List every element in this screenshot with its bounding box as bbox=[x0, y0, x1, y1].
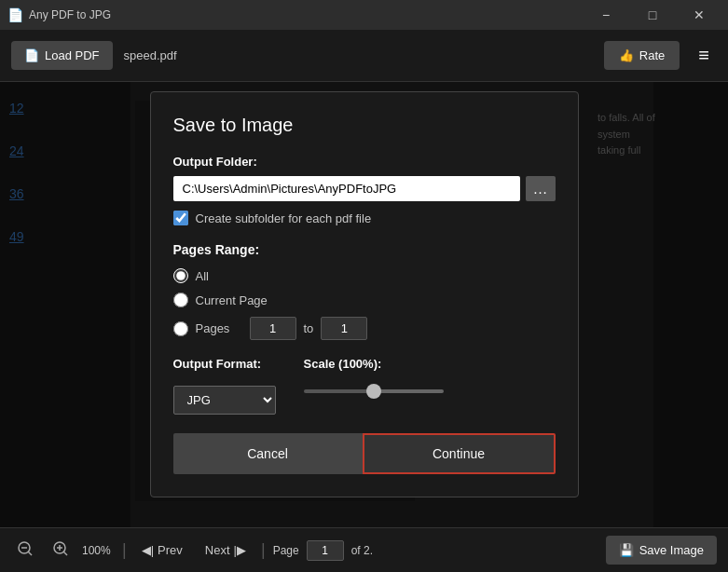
to-label: to bbox=[304, 321, 314, 335]
format-select[interactable]: JPG PNG BMP TIFF bbox=[173, 386, 276, 415]
next-label: Next bbox=[205, 543, 230, 557]
pages-range-label: Pages Range: bbox=[173, 242, 556, 257]
svg-line-6 bbox=[63, 552, 67, 555]
output-format-label: Output Format: bbox=[173, 357, 276, 371]
titlebar: 📄 Any PDF to JPG − □ ✕ bbox=[0, 0, 728, 30]
app-icon: 📄 bbox=[7, 7, 23, 22]
separator-2: | bbox=[261, 540, 266, 560]
radio-current-row: Current Page bbox=[173, 293, 556, 307]
format-scale-row: Output Format: JPG PNG BMP TIFF Scale (1… bbox=[173, 357, 556, 415]
bottombar: 100% | ◀| Prev Next |▶ | Page of 2. 💾 Sa… bbox=[0, 527, 728, 572]
subfolder-row: Create subfolder for each pdf file bbox=[173, 211, 556, 225]
radio-current-label[interactable]: Current Page bbox=[196, 293, 268, 307]
prev-label: Prev bbox=[158, 543, 183, 557]
zoom-level: 100% bbox=[82, 544, 115, 557]
radio-all-label[interactable]: All bbox=[196, 269, 209, 283]
scale-section: Scale (100%): bbox=[304, 357, 444, 393]
dialog-title: Save to Image bbox=[173, 115, 556, 136]
continue-button[interactable]: Continue bbox=[363, 433, 556, 474]
of-label: of 2. bbox=[351, 544, 373, 557]
radio-current-page[interactable] bbox=[173, 293, 188, 307]
close-button[interactable]: ✕ bbox=[678, 0, 721, 30]
next-button[interactable]: Next |▶ bbox=[198, 539, 254, 561]
save-to-image-dialog: Save to Image Output Folder: … Create su… bbox=[150, 91, 579, 497]
radio-all-row: All bbox=[173, 268, 556, 283]
folder-row: … bbox=[173, 176, 556, 201]
scale-slider[interactable] bbox=[304, 389, 444, 393]
next-icon: |▶ bbox=[234, 543, 246, 557]
zoom-out-button[interactable] bbox=[11, 537, 39, 565]
cancel-button[interactable]: Cancel bbox=[173, 433, 363, 474]
folder-path-input[interactable] bbox=[173, 176, 520, 201]
save-image-label: Save Image bbox=[639, 543, 704, 557]
browse-button[interactable]: … bbox=[526, 176, 556, 201]
page-to-input[interactable] bbox=[321, 317, 367, 340]
scale-slider-container bbox=[304, 386, 444, 393]
radio-pages-row: Pages to bbox=[173, 317, 556, 340]
page-label: Page bbox=[273, 544, 299, 557]
subfolder-label[interactable]: Create subfolder for each pdf file bbox=[196, 211, 372, 225]
output-folder-label: Output Folder: bbox=[173, 155, 556, 169]
prev-button[interactable]: ◀| Prev bbox=[134, 539, 190, 561]
menu-button[interactable]: ≡ bbox=[691, 41, 717, 70]
rate-button[interactable]: 👍 Rate bbox=[604, 41, 680, 70]
minimize-button[interactable]: − bbox=[584, 0, 627, 30]
main-area: 12 24 36 49 to falls. All of system taki… bbox=[0, 82, 728, 527]
rate-label: Rate bbox=[639, 48, 665, 62]
radio-pages-label[interactable]: Pages bbox=[196, 321, 242, 335]
thumbs-up-icon: 👍 bbox=[619, 48, 634, 62]
prev-icon: ◀| bbox=[142, 543, 154, 557]
zoom-out-icon bbox=[17, 540, 34, 557]
page-number-input[interactable] bbox=[307, 540, 344, 561]
toolbar: 📄 Load PDF speed.pdf 👍 Rate ≡ bbox=[0, 30, 728, 82]
svg-line-2 bbox=[28, 552, 32, 555]
save-icon: 💾 bbox=[619, 543, 634, 557]
titlebar-left: 📄 Any PDF to JPG bbox=[7, 7, 111, 22]
pdf-icon: 📄 bbox=[24, 48, 39, 62]
subfolder-checkbox[interactable] bbox=[173, 211, 188, 225]
radio-all[interactable] bbox=[173, 268, 188, 283]
separator-1: | bbox=[122, 540, 127, 560]
app-title: Any PDF to JPG bbox=[29, 8, 111, 21]
page-from-input[interactable] bbox=[250, 317, 296, 340]
scale-label: Scale (100%): bbox=[304, 357, 444, 371]
load-pdf-button[interactable]: 📄 Load PDF bbox=[11, 41, 113, 70]
zoom-in-icon bbox=[52, 540, 69, 557]
titlebar-controls: − □ ✕ bbox=[584, 0, 721, 30]
modal-overlay: Save to Image Output Folder: … Create su… bbox=[0, 82, 728, 527]
radio-pages[interactable] bbox=[173, 321, 188, 336]
load-pdf-label: Load PDF bbox=[45, 48, 100, 62]
maximize-button[interactable]: □ bbox=[631, 0, 674, 30]
format-section: Output Format: JPG PNG BMP TIFF bbox=[173, 357, 276, 415]
zoom-in-button[interactable] bbox=[47, 537, 75, 565]
file-name: speed.pdf bbox=[124, 48, 593, 62]
save-image-button[interactable]: 💾 Save Image bbox=[606, 536, 717, 565]
dialog-footer: Cancel Continue bbox=[173, 433, 556, 474]
